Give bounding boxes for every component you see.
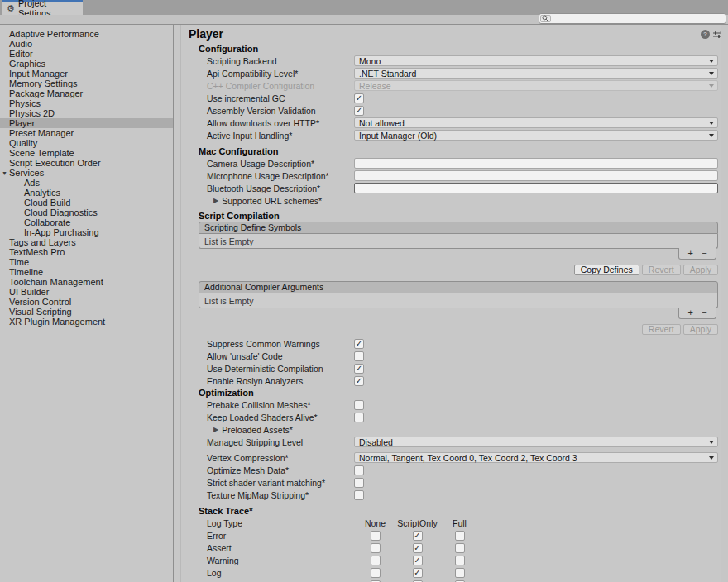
sidebar-item[interactable]: Timeline <box>0 267 173 277</box>
sidebar-item-label: Graphics <box>9 59 46 69</box>
log-none-checkbox[interactable] <box>371 568 381 578</box>
tab-project-settings[interactable]: ⚙ Project Settings <box>2 0 83 15</box>
search-input[interactable] <box>551 14 726 23</box>
sidebar-item-label: Editor <box>9 49 33 59</box>
assert-none-checkbox[interactable] <box>371 543 381 553</box>
sidebar-item[interactable]: Physics <box>0 98 173 108</box>
page-title: Player <box>189 27 223 41</box>
sidebar-item-label: Cloud Build <box>24 198 70 208</box>
sidebar-item[interactable]: Player <box>0 118 173 128</box>
column-none: None <box>354 518 396 528</box>
remove-button[interactable]: − <box>702 308 706 317</box>
warning-none-checkbox[interactable] <box>371 556 381 565</box>
camera-usage-input[interactable] <box>354 158 718 169</box>
sidebar-item[interactable]: Adaptive Performance <box>0 29 173 39</box>
apply-button[interactable]: Apply <box>683 324 718 335</box>
copy-defines-button[interactable]: Copy Defines <box>574 265 639 275</box>
sidebar-item[interactable]: Script Execution Order <box>0 158 173 168</box>
managed-stripping-dropdown[interactable]: Disabled <box>354 436 718 447</box>
sidebar-item-label: Visual Scripting <box>9 307 72 317</box>
sidebar-item[interactable]: Collaborate <box>0 217 173 227</box>
supported-url-schemes-foldout[interactable]: ▶ Supported URL schemes* <box>199 194 718 207</box>
assembly-version-validation-checkbox[interactable]: ✓ <box>354 106 364 116</box>
suppress-common-warnings-checkbox[interactable]: ✓ <box>354 339 364 349</box>
sidebar-item[interactable]: Package Manager <box>0 88 173 98</box>
allow-http-dropdown[interactable]: Not allowed <box>354 117 718 128</box>
sidebar-item[interactable]: Time <box>0 257 173 267</box>
apply-button[interactable]: Apply <box>683 265 718 275</box>
add-button[interactable]: + <box>687 308 692 317</box>
sidebar-item[interactable]: Version Control <box>0 297 173 307</box>
sidebar-item[interactable]: Audio <box>0 39 173 49</box>
sidebar-item[interactable]: ▼ Services <box>0 168 173 178</box>
sidebar-item[interactable]: Preset Manager <box>0 128 173 138</box>
sidebar-item-label: Audio <box>9 39 32 49</box>
api-compatibility-dropdown[interactable]: .NET Standard <box>354 68 718 79</box>
microphone-usage-input[interactable] <box>354 170 718 181</box>
define-symbols-buttons: Copy Defines Revert Apply <box>199 265 718 275</box>
foldout-arrow-icon: ▶ <box>213 427 218 433</box>
sidebar-item[interactable]: Toolchain Management <box>0 277 173 287</box>
search-field[interactable] <box>539 13 726 24</box>
dropdown-arrow-icon <box>709 134 714 137</box>
player-settings-panel: Player ? Configuration Scripting Backend… <box>175 25 728 582</box>
warning-full-checkbox[interactable] <box>455 556 465 565</box>
log-full-checkbox[interactable] <box>455 568 465 578</box>
log-scriptonly-checkbox[interactable]: ✓ <box>413 568 423 578</box>
revert-button[interactable]: Revert <box>642 324 681 335</box>
sidebar-item[interactable]: Cloud Diagnostics <box>0 208 173 217</box>
sidebar-item[interactable]: Cloud Build <box>0 198 173 208</box>
revert-button[interactable]: Revert <box>642 265 681 275</box>
bluetooth-usage-row: Bluetooth Usage Description* <box>199 182 718 194</box>
vertical-scrollbar[interactable] <box>721 25 728 582</box>
bluetooth-usage-input[interactable] <box>354 183 718 193</box>
vertex-compression-dropdown[interactable]: Normal, Tangent, Tex Coord 0, Tex Coord … <box>354 452 718 463</box>
sidebar-item[interactable]: Scene Template <box>0 148 173 158</box>
error-none-checkbox[interactable] <box>371 531 381 541</box>
sidebar-item[interactable]: UI Builder <box>0 287 173 297</box>
sidebar-item-label: Version Control <box>9 297 71 307</box>
remove-button[interactable]: − <box>702 249 706 258</box>
keep-loaded-shaders-checkbox[interactable] <box>354 413 364 422</box>
roslyn-analyzers-row: Enable Roslyn Analyzers ✓ <box>199 374 718 387</box>
texture-mipmap-stripping-checkbox[interactable] <box>354 490 364 500</box>
column-full: Full <box>438 518 481 528</box>
sidebar-item[interactable]: Quality <box>0 138 173 148</box>
sidebar-item[interactable]: Analytics <box>0 188 173 198</box>
assert-scriptonly-checkbox[interactable]: ✓ <box>413 543 423 553</box>
assembly-version-validation-row: Assembly Version Validation ✓ <box>199 104 718 117</box>
prebake-collision-meshes-checkbox[interactable] <box>354 400 364 410</box>
incremental-gc-checkbox[interactable]: ✓ <box>354 93 364 103</box>
sidebar-item[interactable]: TextMesh Pro <box>0 247 173 257</box>
add-button[interactable]: + <box>687 249 692 258</box>
sidebar-item[interactable]: In-App Purchasing <box>0 227 173 237</box>
sidebar-item[interactable]: Editor <box>0 49 173 59</box>
allow-unsafe-code-checkbox[interactable] <box>354 351 364 361</box>
sidebar-item[interactable]: Ads <box>0 178 173 188</box>
sidebar-item[interactable]: Tags and Layers <box>0 237 173 247</box>
warning-scriptonly-checkbox[interactable]: ✓ <box>413 556 423 565</box>
scripting-backend-dropdown[interactable]: Mono <box>354 55 718 66</box>
foldout-arrow-icon: ▼ <box>2 169 9 177</box>
deterministic-compilation-checkbox[interactable]: ✓ <box>354 364 364 374</box>
sidebar-item[interactable]: Memory Settings <box>0 79 173 88</box>
sidebar-item-label: Collaborate <box>24 217 70 227</box>
sidebar-item[interactable]: Visual Scripting <box>0 307 173 317</box>
dropdown-arrow-icon <box>709 122 714 125</box>
roslyn-analyzers-checkbox[interactable]: ✓ <box>354 376 364 386</box>
optimize-mesh-data-checkbox[interactable] <box>354 465 364 475</box>
stacktrace-error-row: Error ✓ <box>199 529 718 541</box>
error-full-checkbox[interactable] <box>455 531 465 541</box>
microphone-usage-row: Microphone Usage Description* <box>199 169 718 182</box>
preloaded-assets-foldout[interactable]: ▶ Preloaded Assets* <box>199 423 718 436</box>
sidebar-item[interactable]: XR Plugin Management <box>0 317 173 327</box>
active-input-handling-dropdown[interactable]: Input Manager (Old) <box>354 130 718 141</box>
assert-full-checkbox[interactable] <box>455 543 465 553</box>
sidebar-item[interactable]: Graphics <box>0 59 173 69</box>
help-icon[interactable]: ? <box>701 30 710 39</box>
error-scriptonly-checkbox[interactable]: ✓ <box>413 531 423 541</box>
sidebar-item[interactable]: Input Manager <box>0 69 173 79</box>
sidebar-item[interactable]: Physics 2D <box>0 108 173 118</box>
camera-usage-row: Camera Usage Description* <box>199 157 718 169</box>
strict-shader-variant-checkbox[interactable] <box>354 478 364 488</box>
